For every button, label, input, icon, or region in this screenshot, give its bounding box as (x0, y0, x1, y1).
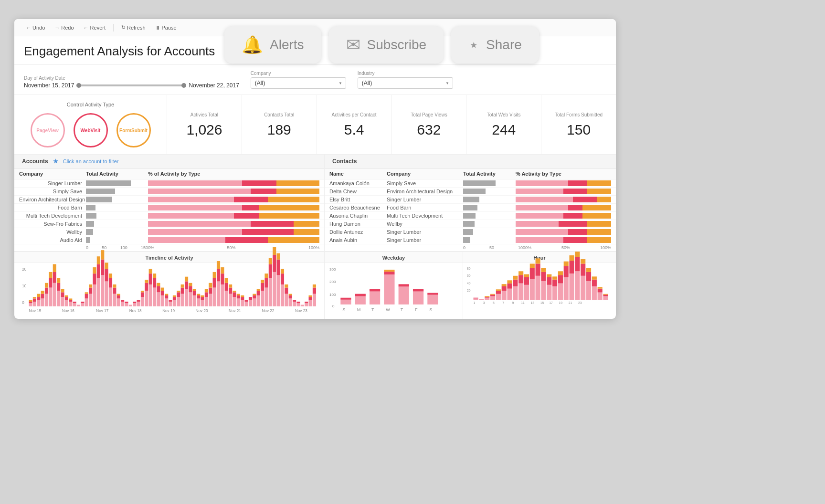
svg-rect-58 (105, 262, 108, 269)
range-right-handle[interactable] (181, 83, 186, 88)
accounts-row-1[interactable]: Simply Save (14, 188, 324, 196)
svg-text:80: 80 (467, 267, 471, 270)
acc-total-bar-fill-5 (86, 221, 94, 227)
svg-rect-23 (53, 264, 56, 272)
range-left-handle[interactable] (76, 83, 81, 88)
kpi-metric-value-5: 150 (567, 122, 591, 138)
svg-rect-79 (141, 291, 144, 292)
svg-rect-123 (201, 295, 204, 297)
share-button[interactable]: ⋆ Share (451, 26, 539, 63)
redo-button[interactable]: → Redo (51, 23, 77, 32)
svg-text:17: 17 (549, 301, 553, 304)
industry-filter-group: Industry (All) (358, 71, 453, 89)
contacts-row-5[interactable]: Hung Damon Wellby (325, 220, 616, 228)
accounts-row-4[interactable]: Multi Tech Development (14, 212, 324, 220)
svg-rect-40 (81, 302, 84, 303)
kpi-metrics: Activies Total 1,026 Contacts Total 189 … (167, 95, 616, 154)
contacts-row-3[interactable]: Cesáreo Beauchesne Food Barn (325, 204, 616, 212)
con-pct-track-5 (516, 221, 611, 227)
date-range-track[interactable] (79, 84, 184, 86)
svg-rect-194 (305, 302, 308, 303)
company-select-wrapper: (All) (251, 77, 346, 89)
accounts-row-5[interactable]: Sew-Fro Fabrics (14, 220, 324, 228)
svg-rect-304 (598, 289, 603, 293)
svg-rect-26 (57, 278, 60, 283)
svg-rect-179 (281, 284, 284, 306)
contacts-row-2[interactable]: Elsy Britt Singer Lumber (325, 196, 616, 204)
accounts-row-2[interactable]: Environ Architectural Design (14, 196, 324, 204)
con-seg-red-7 (563, 237, 587, 243)
date-range[interactable]: November 15, 2017 November 22, 2017 (24, 82, 239, 89)
svg-rect-297 (586, 281, 591, 300)
svg-rect-247 (490, 294, 495, 296)
svg-rect-146 (233, 292, 236, 297)
con-total-bar-0 (463, 180, 516, 186)
svg-rect-197 (308, 295, 312, 297)
acc-seg-red-3 (242, 205, 259, 210)
accounts-row-7[interactable]: Audio Aid (14, 236, 324, 244)
svg-rect-178 (277, 253, 280, 260)
svg-rect-215 (340, 298, 351, 300)
svg-rect-100 (173, 300, 176, 306)
undo-button[interactable]: ← Undo (22, 23, 49, 32)
svg-rect-217 (355, 294, 366, 296)
contacts-row-1[interactable]: Delta Chew Environ Architectural Design (325, 188, 616, 196)
c-pct-0: 0% (525, 245, 531, 250)
con-seg-orange-3 (582, 205, 611, 210)
acc-pct-track-1 (148, 189, 319, 194)
revert-button[interactable]: ← Revert (80, 23, 109, 32)
svg-rect-181 (281, 269, 284, 273)
svg-rect-33 (69, 302, 72, 306)
contacts-row-7[interactable]: Anais Aubin Singer Lumber (325, 236, 616, 244)
accounts-row-6[interactable]: Wellby (14, 228, 324, 236)
svg-rect-83 (149, 284, 152, 306)
kpi-circle-pageview[interactable]: PageView (31, 113, 65, 147)
con-pct-bar-6 (516, 229, 611, 235)
svg-rect-250 (496, 291, 501, 294)
alerts-button[interactable]: 🔔 Alerts (224, 26, 321, 63)
refresh-button[interactable]: ↻ Refresh (117, 23, 149, 32)
acc-pct-track-6 (148, 229, 319, 235)
svg-rect-168 (264, 278, 268, 288)
contacts-row-4[interactable]: Ausonia Chaplin Multi Tech Development (325, 212, 616, 220)
kpi-metric-label-4: Total Web Visits (487, 112, 521, 118)
contacts-row-0[interactable]: Amankaya Colón Simply Save (325, 179, 616, 188)
svg-rect-163 (257, 289, 260, 291)
svg-rect-265 (524, 277, 529, 285)
kpi-circle-webvisit[interactable]: WebVisit (74, 113, 108, 147)
svg-rect-167 (264, 288, 268, 306)
con-company-3: Food Barn (387, 205, 463, 210)
con-total-bar-1 (463, 189, 516, 194)
svg-rect-81 (145, 283, 148, 291)
svg-rect-226 (413, 289, 423, 292)
range-fill (79, 84, 184, 86)
svg-rect-134 (217, 269, 220, 281)
contacts-table-header: Name Company Total Activity % Activity b… (325, 168, 616, 179)
svg-rect-82 (145, 280, 148, 283)
kpi-circle-formsubmit[interactable]: FormSubmit (116, 113, 151, 147)
contacts-row-6[interactable]: Dollie Antunez Singer Lumber (325, 228, 616, 236)
industry-select[interactable]: (All) (358, 77, 453, 89)
con-name-7: Anais Aubin (329, 237, 387, 243)
svg-rect-269 (530, 263, 535, 268)
svg-rect-87 (153, 278, 156, 288)
pause-button[interactable]: ⏸ Pause (151, 23, 180, 32)
subscribe-button[interactable]: ✉ Subscribe (329, 26, 444, 63)
svg-rect-99 (169, 300, 172, 302)
acc-total-bar-2 (86, 197, 148, 202)
svg-rect-108 (181, 284, 184, 288)
con-pct-track-0 (516, 180, 611, 186)
company-select[interactable]: (All) (251, 77, 346, 89)
accounts-row-3[interactable]: Food Barn (14, 204, 324, 212)
accounts-row-0[interactable]: Singer Lumber (14, 179, 324, 188)
c-axis-100: 100 (518, 245, 525, 250)
svg-rect-144 (229, 284, 232, 288)
acc-pct-bar-6 (148, 229, 319, 235)
top-action-bar: 🔔 Alerts ✉ Subscribe ⋆ Share (224, 26, 539, 63)
svg-text:20: 20 (467, 289, 471, 292)
c-pct-50: 50% (561, 245, 570, 250)
svg-rect-28 (61, 292, 64, 297)
svg-rect-161 (257, 295, 260, 306)
accounts-filter-hint[interactable]: Click an account to filter (63, 158, 119, 164)
svg-rect-270 (536, 276, 540, 300)
